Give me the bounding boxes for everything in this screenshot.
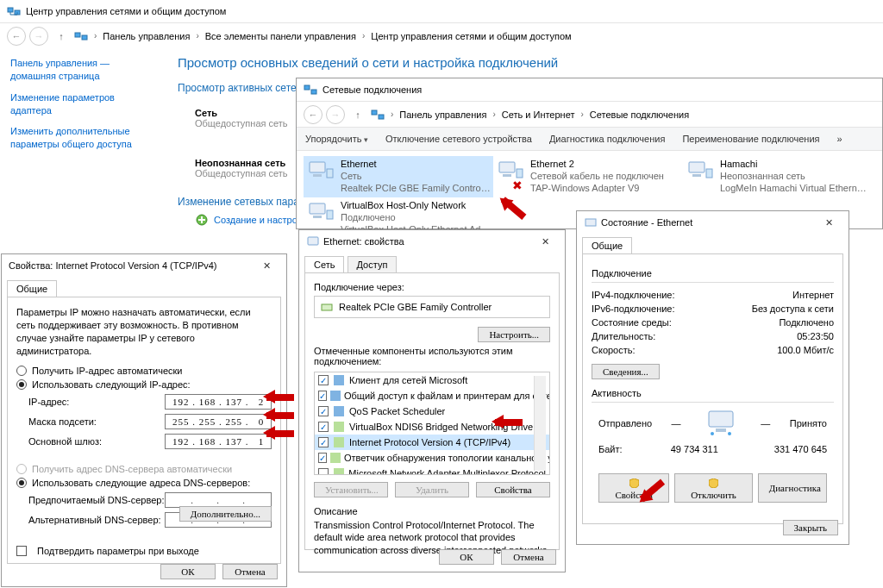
- components-list[interactable]: Клиент для сетей Microsoft Общий доступ …: [314, 372, 550, 475]
- svg-rect-0: [8, 8, 13, 12]
- toolbar-diagnose[interactable]: Диагностика подключения: [549, 134, 665, 144]
- ethernet-status-panel: Подключение IPv4-подключение:Интернет IP…: [582, 253, 843, 524]
- nav-forward-button[interactable]: →: [326, 105, 345, 124]
- svg-rect-23: [334, 375, 344, 385]
- svg-point-33: [711, 432, 714, 435]
- connection-ethernet2[interactable]: ✖ Ethernet 2 Сетевой кабель не подключен…: [493, 156, 683, 197]
- nav-back-button[interactable]: ←: [304, 105, 323, 124]
- cancel-button[interactable]: Отмена: [222, 564, 278, 579]
- close-dialog-button[interactable]: Закрыть: [783, 520, 838, 535]
- crumb-control-panel[interactable]: Панель управления: [103, 31, 190, 41]
- crumb-all-items[interactable]: Все элементы панели управления: [205, 31, 356, 41]
- component-item[interactable]: VirtualBox NDIS6 Bridged Networking Driv…: [315, 419, 549, 435]
- connection-device: Realtek PCIe GBE Family Controller: [341, 183, 491, 195]
- close-button[interactable]: ✕: [816, 217, 842, 228]
- svg-point-34: [728, 432, 731, 435]
- crumb-net-internet[interactable]: Сеть и Интернет: [502, 109, 575, 120]
- ethernet-properties-titlebar: Ethernet: свойства ✕: [299, 230, 565, 253]
- ipv4-dialog-titlebar: Свойства: Internet Protocol Version 4 (T…: [2, 254, 286, 277]
- component-item[interactable]: Общий доступ к файлам и принтерам для се…: [315, 388, 549, 403]
- link-cp-home[interactable]: Панель управления — домашняя страница: [10, 57, 155, 83]
- ok-button[interactable]: ОК: [439, 549, 494, 565]
- scrollbar[interactable]: [534, 376, 546, 471]
- sent-bytes-value: 49 734 311: [650, 444, 739, 454]
- cancel-button[interactable]: Отмена: [501, 549, 556, 565]
- tab-network[interactable]: Сеть: [304, 256, 344, 272]
- link-advanced-sharing[interactable]: Изменить дополнительные параметры общего…: [10, 125, 155, 151]
- connection-name: Ethernet: [341, 159, 491, 171]
- link-adapter-settings[interactable]: Изменение параметров адаптера: [10, 91, 155, 117]
- configure-button[interactable]: Настроить...: [478, 327, 550, 342]
- close-button[interactable]: ✕: [532, 236, 558, 247]
- tab-general[interactable]: Общие: [582, 237, 632, 253]
- radio-use-following-ip[interactable]: Использовать следующий IP-адрес:: [16, 379, 272, 390]
- component-item[interactable]: Клиент для сетей Microsoft: [315, 372, 549, 388]
- checkbox-icon[interactable]: [318, 375, 329, 385]
- component-item[interactable]: Ответчик обнаружения топологии канальног…: [315, 450, 549, 466]
- nav-back-button[interactable]: ←: [7, 27, 26, 46]
- radio-obtain-ip-auto[interactable]: Получить IP-адрес автоматически: [16, 366, 272, 376]
- checkbox-validate-on-exit[interactable]: Подтвердить параметры при выходе: [16, 546, 272, 556]
- toolbar-disable-device[interactable]: Отключение сетевого устройства: [385, 134, 532, 144]
- input-subnet-mask[interactable]: [165, 414, 272, 429]
- nav-up-button[interactable]: ↑: [348, 105, 367, 124]
- checkbox-icon[interactable]: [318, 422, 329, 432]
- nav-up-button[interactable]: ↑: [52, 27, 71, 46]
- group-activity-label: Активность: [592, 388, 834, 398]
- component-label: Общий доступ к файлам и принтерам для се…: [344, 391, 550, 401]
- svg-rect-26: [334, 422, 344, 432]
- svg-rect-8: [379, 115, 384, 119]
- connection-status: Сеть: [341, 171, 491, 183]
- toolbar-rename[interactable]: Переименование подключения: [682, 134, 819, 144]
- properties-button[interactable]: Свойства: [598, 473, 669, 503]
- checkbox-icon[interactable]: [318, 406, 329, 416]
- component-properties-button[interactable]: Свойства: [476, 482, 550, 497]
- connection-ethernet[interactable]: Ethernet Сеть Realtek PCIe GBE Family Co…: [304, 156, 493, 197]
- crumb-control-panel[interactable]: Панель управления: [399, 109, 486, 120]
- checkbox-icon[interactable]: [318, 391, 327, 401]
- connection-hamachi[interactable]: Hamachi Неопознанная сеть LogMeIn Hamach…: [683, 156, 873, 197]
- network-center-title: Центр управления сетями и общим доступом: [26, 6, 226, 16]
- checkbox-icon[interactable]: [318, 453, 327, 463]
- media-state-label: Состояние среды:: [592, 317, 722, 328]
- radio-icon: [16, 366, 27, 376]
- speed-label: Скорость:: [592, 345, 722, 355]
- svg-rect-9: [310, 162, 325, 172]
- crumb-net-connections[interactable]: Сетевые подключения: [590, 109, 689, 120]
- details-button[interactable]: Сведения...: [592, 364, 660, 379]
- network-connections-icon: [304, 83, 317, 97]
- ipv4-conn-value: Интернет: [722, 290, 834, 300]
- component-item-ipv4[interactable]: Internet Protocol Version 4 (TCP/IPv4): [315, 435, 549, 450]
- connect-using-label: Подключение через:: [314, 282, 550, 292]
- service-icon: [332, 404, 346, 418]
- toolbar-more[interactable]: »: [837, 134, 842, 144]
- ipv4-intro-text: Параметры IP можно назначать автоматичес…: [16, 306, 272, 357]
- install-button[interactable]: Установить...: [314, 482, 388, 497]
- tab-general[interactable]: Общие: [7, 280, 57, 297]
- input-default-gateway[interactable]: [165, 434, 272, 449]
- close-button[interactable]: ✕: [254, 260, 279, 272]
- connection-name: VirtualBox Host-Only Network: [341, 200, 491, 212]
- disable-button[interactable]: Отключить: [674, 473, 753, 503]
- input-ip-address[interactable]: [165, 394, 272, 410]
- toolbar-organize[interactable]: Упорядочить: [305, 134, 368, 144]
- shield-icon: [706, 476, 720, 490]
- tab-access[interactable]: Доступ: [348, 256, 398, 272]
- radio-label: Получить адрес DNS-сервера автоматически: [32, 464, 232, 474]
- advanced-button[interactable]: Дополнительно...: [179, 506, 272, 522]
- service-icon: [332, 466, 346, 475]
- component-label: QoS Packet Scheduler: [349, 406, 445, 416]
- component-item[interactable]: Microsoft Network Adapter Multiplexor Pr…: [315, 466, 549, 475]
- checkbox-icon[interactable]: [318, 468, 329, 475]
- nav-forward-button[interactable]: →: [29, 27, 48, 46]
- crumb-network-center[interactable]: Центр управления сетями и общим доступом: [371, 31, 571, 41]
- radio-use-following-dns[interactable]: Использовать следующие адреса DNS-сервер…: [16, 478, 272, 488]
- connection-status: Неопознанная сеть: [720, 171, 870, 183]
- chevron-icon: ›: [578, 109, 586, 119]
- component-item[interactable]: QoS Packet Scheduler: [315, 403, 549, 419]
- ipv4-properties-dialog: Свойства: Internet Protocol Version 4 (T…: [1, 253, 287, 587]
- ok-button[interactable]: ОК: [160, 564, 216, 579]
- ethernet-properties-title: Ethernet: свойства: [323, 236, 404, 247]
- diagnose-button[interactable]: Диагностика: [758, 473, 827, 503]
- checkbox-icon[interactable]: [318, 437, 329, 447]
